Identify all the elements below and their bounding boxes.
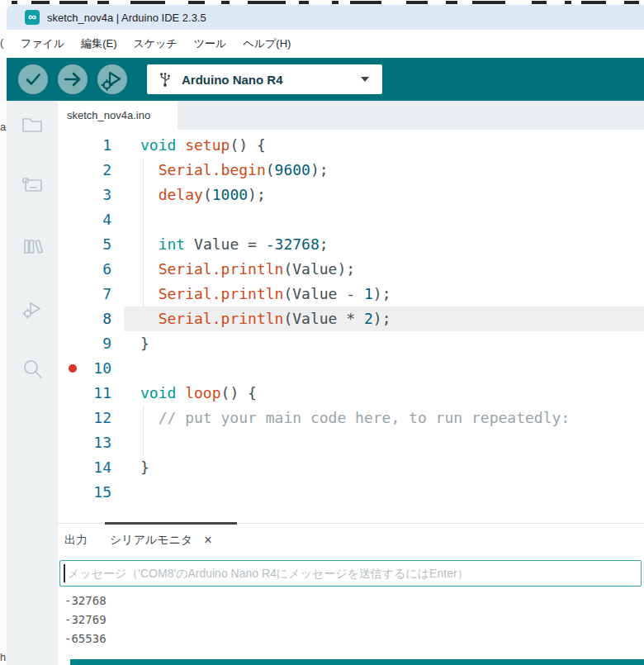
code-text — [124, 480, 644, 505]
menu-item-3[interactable]: ツール — [188, 34, 233, 54]
breakpoint-gutter[interactable] — [58, 183, 78, 207]
debug-icon — [20, 295, 45, 320]
usb-icon — [159, 71, 172, 88]
bottom-panel: 出力 シリアルモニタ × -32768-32769-65536 — [58, 520, 644, 665]
upload-button[interactable] — [58, 64, 88, 94]
verify-button[interactable] — [18, 64, 48, 94]
check-icon — [18, 64, 48, 94]
breakpoint-gutter[interactable] — [58, 356, 78, 381]
screen: ( a h ∞ sketch_nov4a | Arduino IDE 2.3.5… — [0, 0, 644, 665]
code-text — [124, 207, 644, 232]
line-number: 2 — [78, 158, 111, 183]
breakpoint-gutter[interactable] — [58, 282, 78, 306]
code-line: 3 delay(1000); — [58, 183, 644, 207]
menu-item-4[interactable]: ヘルプ(H) — [237, 34, 296, 54]
code-text: Serial.println(Value * 2); — [124, 306, 644, 331]
arduino-ide-window: ∞ sketch_nov4a | Arduino IDE 2.3.5 ファイル編… — [7, 5, 644, 665]
breakpoint-gutter[interactable] — [58, 455, 78, 480]
panel-tab-serial-monitor[interactable]: シリアルモニタ × — [105, 533, 237, 548]
code-text: Serial.println(Value); — [124, 257, 644, 282]
code-text — [124, 356, 644, 381]
search-icon — [20, 356, 45, 381]
debug-play-gear-icon — [97, 64, 127, 94]
code-text: // put your main code here, to run repea… — [124, 406, 644, 430]
debug-button[interactable] — [97, 64, 127, 94]
breakpoint-gutter[interactable] — [58, 406, 78, 430]
line-number: 12 — [78, 406, 111, 430]
board-icon — [20, 173, 45, 197]
arrow-right-icon — [58, 64, 88, 94]
line-number: 10 — [78, 356, 111, 381]
sidebar-sketchbook-button[interactable] — [20, 112, 45, 136]
breakpoint-gutter[interactable] — [58, 430, 78, 455]
panel-tab-output[interactable]: 出力 — [58, 533, 94, 548]
title-bar: ∞ sketch_nov4a | Arduino IDE 2.3.5 — [7, 5, 644, 30]
breakpoint-gutter[interactable] — [58, 257, 78, 282]
toolbar: Arduino Nano R4 — [7, 58, 644, 101]
breakpoint-gutter[interactable] — [58, 306, 78, 331]
text-caret — [64, 564, 65, 582]
code-line: 15 — [58, 480, 644, 505]
code-line: 6 Serial.println(Value); — [58, 257, 644, 282]
line-number: 6 — [78, 257, 111, 282]
breakpoint-gutter[interactable] — [58, 331, 78, 356]
serial-output-line: -65536 — [64, 629, 107, 648]
editor-tab-bar: sketch_nov4a.ino — [58, 101, 644, 130]
serial-message-input[interactable] — [59, 560, 642, 587]
folder-icon — [20, 112, 45, 136]
window-title: sketch_nov4a | Arduino IDE 2.3.5 — [47, 12, 206, 24]
code-text: void loop() { — [124, 381, 644, 406]
code-line: 4 — [58, 207, 644, 232]
breakpoint-gutter[interactable] — [58, 232, 78, 257]
close-icon[interactable]: × — [204, 534, 211, 546]
serial-output-line: -32768 — [64, 591, 107, 610]
code-editor[interactable]: 1void setup() {2 Serial.begin(9600);3 de… — [58, 130, 644, 520]
serial-output[interactable]: -32768-32769-65536 — [64, 591, 107, 648]
board-selector-label: Arduino Nano R4 — [182, 73, 283, 87]
line-number: 8 — [78, 306, 111, 331]
code-line: 14} — [58, 455, 644, 480]
line-number: 5 — [78, 232, 111, 257]
arduino-app-icon: ∞ — [25, 10, 40, 25]
breakpoint-gutter[interactable] — [58, 133, 78, 158]
menubar-items: ファイル編集(E)スケッチツールヘルプ(H) — [7, 30, 644, 58]
menu-item-1[interactable]: 編集(E) — [75, 34, 122, 54]
sidebar-debug-button[interactable] — [20, 295, 45, 320]
line-number: 4 — [78, 207, 111, 232]
code-line: 12 // put your main code here, to run re… — [58, 406, 644, 430]
editor-tab-sketch[interactable]: sketch_nov4a.ino — [58, 101, 178, 130]
code-text: } — [124, 331, 644, 356]
board-selector[interactable]: Arduino Nano R4 — [147, 64, 382, 94]
code-text: int Value = -32768; — [124, 232, 644, 257]
menu-item-2[interactable]: スケッチ — [128, 34, 183, 54]
line-number: 3 — [78, 183, 111, 207]
code-text: Serial.begin(9600); — [124, 158, 644, 183]
breakpoint-gutter[interactable] — [58, 480, 78, 505]
sidebar-search-button[interactable] — [20, 356, 45, 381]
chevron-down-icon — [361, 77, 369, 82]
active-tab-indicator — [105, 522, 237, 525]
activity-sidebar — [7, 101, 58, 665]
books-icon — [20, 234, 45, 259]
breakpoint-gutter[interactable] — [58, 158, 78, 183]
line-number: 13 — [78, 430, 111, 455]
status-bar — [70, 659, 644, 665]
sidebar-library-manager-button[interactable] — [20, 234, 45, 259]
code-line: 11void loop() { — [58, 381, 644, 406]
code-text: Serial.println(Value - 1); — [124, 282, 644, 306]
sidebar-boards-manager-button[interactable] — [20, 173, 45, 197]
edge-glyph: a — [0, 121, 6, 133]
line-number: 11 — [78, 381, 111, 406]
menu-item-0[interactable]: ファイル — [15, 34, 70, 54]
code-text — [124, 430, 644, 455]
line-number: 7 — [78, 282, 111, 306]
code-line: 5 int Value = -32768; — [58, 232, 644, 257]
breakpoint-dot[interactable] — [69, 364, 77, 373]
breakpoint-gutter[interactable] — [58, 381, 78, 406]
code-line: 8 Serial.println(Value * 2); — [58, 306, 644, 331]
code-lines: 1void setup() {2 Serial.begin(9600);3 de… — [58, 133, 644, 505]
breakpoint-gutter[interactable] — [58, 207, 78, 232]
panel-tab-serial-label: シリアルモニタ — [110, 533, 192, 548]
code-text: delay(1000); — [124, 183, 644, 207]
panel-tab-bar: 出力 シリアルモニタ × — [58, 523, 644, 556]
